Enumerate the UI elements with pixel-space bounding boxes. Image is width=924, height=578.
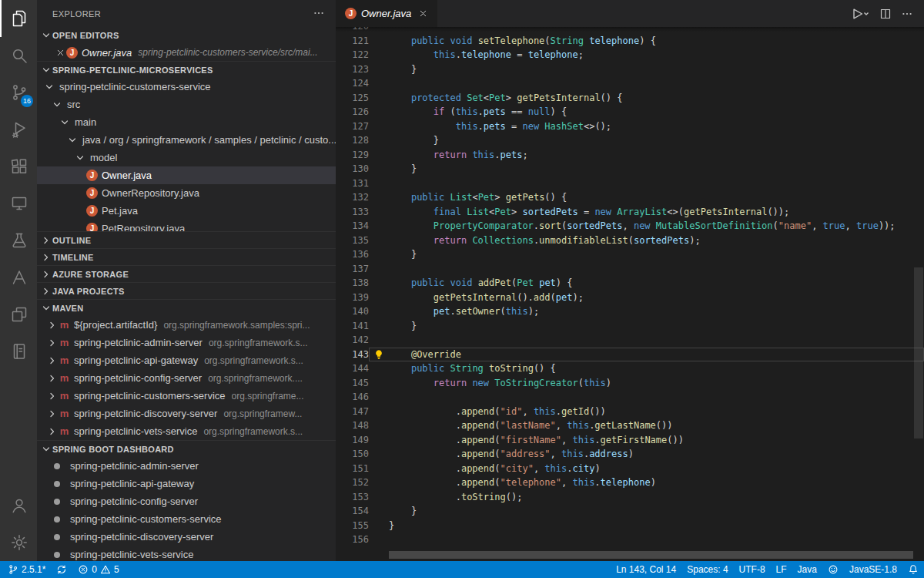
activity-item-run-and-debug[interactable]: [0, 111, 37, 148]
maven-item-spring-petclinic-api-gateway[interactable]: mspring-petclinic-api-gatewayorg.springf…: [37, 351, 336, 369]
status-sync[interactable]: [51, 561, 72, 578]
line-number[interactable]: 153: [336, 490, 369, 505]
section-java-projects[interactable]: JAVA PROJECTS: [37, 282, 336, 299]
code-line-135[interactable]: 135 return Collections.unmodifiableList(…: [336, 234, 924, 248]
code-line-134[interactable]: 134 PropertyComparator.sort(sortedPets, …: [336, 219, 924, 234]
line-number[interactable]: 151: [336, 462, 369, 476]
maven-item-project-artifactid[interactable]: m${project.artifactId}org.springframewor…: [37, 316, 336, 334]
line-number[interactable]: 152: [336, 476, 369, 490]
activity-item-testing[interactable]: [0, 222, 37, 259]
activity-item-settings[interactable]: [0, 524, 37, 561]
status-indentation[interactable]: Spaces: 4: [681, 561, 733, 578]
line-number[interactable]: 145: [336, 376, 369, 391]
activity-item-remote-explorer[interactable]: [0, 185, 37, 222]
status-problems[interactable]: 05: [72, 561, 124, 578]
activity-item-extensions[interactable]: [0, 148, 37, 185]
line-number[interactable]: 156: [336, 533, 369, 547]
maven-item-spring-petclinic-discovery-server[interactable]: mspring-petclinic-discovery-serverorg.sp…: [37, 405, 336, 422]
maven-item-spring-petclinic-admin-server[interactable]: mspring-petclinic-admin-serverorg.spring…: [37, 334, 336, 351]
code-line-132[interactable]: 132 public List<Pet> getPets() {: [336, 190, 924, 205]
code-line-146[interactable]: 146: [336, 390, 924, 405]
lightbulb-icon[interactable]: [369, 348, 389, 362]
line-number[interactable]: 127: [336, 119, 369, 134]
code-line-128[interactable]: 128 }: [336, 133, 924, 148]
activity-item-accounts[interactable]: [0, 487, 37, 524]
run-java-button[interactable]: [852, 8, 870, 20]
project-section-header[interactable]: SPRING-PETCLINIC-MICROSERVICES: [37, 61, 336, 78]
code-line-136[interactable]: 136 }: [336, 247, 924, 262]
line-number[interactable]: 135: [336, 234, 369, 248]
line-number[interactable]: 130: [336, 162, 369, 176]
code-line-149[interactable]: 149 .append("firstName", this.getFirstNa…: [336, 433, 924, 448]
tree-item-model[interactable]: model: [37, 149, 336, 166]
code-line-126[interactable]: 126 if (this.pets == null) {: [336, 105, 924, 119]
code-line-131[interactable]: 131: [336, 176, 924, 191]
line-number[interactable]: 139: [336, 291, 369, 305]
line-number[interactable]: 142: [336, 333, 369, 348]
line-number[interactable]: 133: [336, 205, 369, 220]
status-notifications[interactable]: [902, 561, 924, 578]
code-line-155[interactable]: 155}: [336, 519, 924, 533]
code-line-151[interactable]: 151 .append("city", this.city): [336, 462, 924, 476]
code-line-124[interactable]: 124: [336, 76, 924, 91]
section-outline[interactable]: OUTLINE: [37, 231, 336, 248]
code-line-129[interactable]: 129 return this.pets;: [336, 148, 924, 163]
maven-header[interactable]: MAVEN: [37, 299, 336, 316]
tree-item-pet-java[interactable]: JPet.java: [37, 202, 336, 220]
code-line-145[interactable]: 145 return new ToStringCreator(this): [336, 376, 924, 391]
line-number[interactable]: 149: [336, 433, 369, 448]
tab-owner-java[interactable]: J Owner.java: [336, 0, 437, 27]
line-number[interactable]: 140: [336, 304, 369, 319]
status-cursor-position[interactable]: Ln 143, Col 14: [611, 561, 681, 578]
activity-item-notebooks[interactable]: [0, 333, 37, 370]
code-line-123[interactable]: 123 }: [336, 62, 924, 77]
tree-item-ownerrepository-java[interactable]: JOwnerRepository.java: [37, 184, 336, 202]
tree-item-main[interactable]: main: [37, 113, 336, 131]
code-line-138[interactable]: 138 public void addPet(Pet pet) {: [336, 276, 924, 291]
code-line-147[interactable]: 147 .append("id", this.getId()): [336, 405, 924, 419]
line-number[interactable]: 154: [336, 504, 369, 519]
activity-item-explorer[interactable]: [0, 0, 37, 37]
line-number[interactable]: 143: [336, 348, 369, 362]
line-number[interactable]: 147: [336, 405, 369, 419]
code-line-148[interactable]: 148 .append("lastName", this.getLastName…: [336, 418, 924, 433]
line-number[interactable]: 141: [336, 319, 369, 334]
code-line-152[interactable]: 152 .append("telephone", this.telephone): [336, 476, 924, 490]
line-number[interactable]: 146: [336, 390, 369, 405]
code-line-122[interactable]: 122 this.telephone = telephone;: [336, 48, 924, 62]
line-number[interactable]: 123: [336, 62, 369, 77]
tree-item-petrepository-java[interactable]: JPetRepository.java: [37, 220, 336, 231]
line-number[interactable]: 144: [336, 361, 369, 376]
tree-item-java-org-springframework-samples-petclinic-custo[interactable]: java / org / springframework / samples /…: [37, 131, 336, 149]
activity-item-search[interactable]: [0, 37, 37, 74]
maven-item-spring-petclinic-customers-service[interactable]: mspring-petclinic-customers-serviceorg.s…: [37, 387, 336, 405]
open-editors-header[interactable]: OPEN EDITORS: [37, 27, 336, 44]
line-number[interactable]: 120: [336, 27, 369, 34]
more-actions-button[interactable]: [901, 8, 913, 20]
code-line-154[interactable]: 154 }: [336, 504, 924, 519]
code-line-121[interactable]: 121 public void setTelephone(String tele…: [336, 34, 924, 49]
line-number[interactable]: 132: [336, 190, 369, 205]
code-line-133[interactable]: 133 final List<Pet> sortedPets = new Arr…: [336, 205, 924, 220]
status-java-runtime[interactable]: JavaSE-1.8: [844, 561, 902, 578]
code-line-127[interactable]: 127 this.pets = new HashSet<>();: [336, 119, 924, 134]
code-line-156[interactable]: 156: [336, 533, 924, 547]
code-line-142[interactable]: 142: [336, 333, 924, 348]
maven-item-spring-petclinic-config-server[interactable]: mspring-petclinic-config-serverorg.sprin…: [37, 369, 336, 387]
line-number[interactable]: 121: [336, 34, 369, 49]
line-number[interactable]: 129: [336, 148, 369, 163]
activity-item-source-control[interactable]: 16: [0, 74, 37, 111]
activity-item-containers[interactable]: [0, 296, 37, 333]
horizontal-scrollbar[interactable]: [389, 551, 913, 559]
vertical-scrollbar[interactable]: [914, 267, 923, 439]
spring-boot-app-spring-petclinic-config-server[interactable]: spring-petclinic-config-server: [37, 492, 336, 510]
status-eol[interactable]: LF: [771, 561, 792, 578]
line-number[interactable]: 122: [336, 48, 369, 62]
open-editor-item[interactable]: JOwner.javaspring-petclinic-customers-se…: [37, 44, 336, 61]
line-number[interactable]: 136: [336, 247, 369, 262]
status-git-branch[interactable]: 2.5.1*: [0, 561, 51, 578]
line-number[interactable]: 155: [336, 519, 369, 533]
close-icon[interactable]: [54, 46, 66, 59]
split-editor-button[interactable]: [879, 8, 892, 20]
line-number[interactable]: 128: [336, 133, 369, 148]
